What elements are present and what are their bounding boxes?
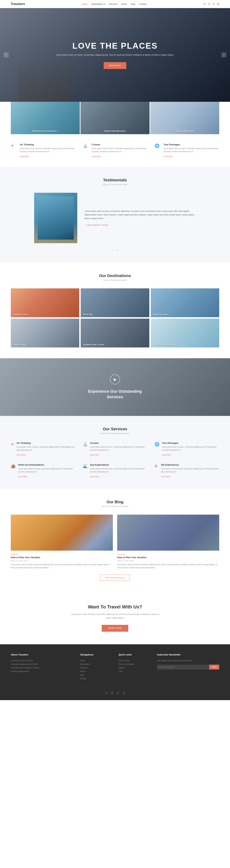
testimonial-next-button[interactable]: → <box>116 249 119 252</box>
testimonials-subtitle: Discover Traveler Testimonials <box>11 184 219 186</box>
nav-home[interactable]: Home <box>82 3 87 5</box>
footer-privacy[interactable]: Privacy Policy <box>119 659 150 662</box>
tour-packages-link[interactable]: Learn More <box>163 155 173 157</box>
feature-card-2[interactable]: Explore Asian Mountains <box>80 102 150 134</box>
footer-nav-discount[interactable]: Discount <box>80 666 111 670</box>
nav-contact[interactable]: Contact <box>139 3 147 5</box>
play-icon: ▶ <box>114 377 116 381</box>
newsletter-send-button[interactable]: SEND <box>209 664 219 670</box>
blog-post-2[interactable]: Travel Tips How to Plan Your Vacation Ma… <box>117 515 219 569</box>
destinations-section: Our Destinations Discover Popular Destin… <box>0 262 230 358</box>
social-yt-icon[interactable]: ⓖ <box>217 2 219 6</box>
testimonial-image <box>34 193 77 243</box>
cta-book-button[interactable]: BOOK NOW <box>102 625 128 632</box>
blog-post-1-image <box>11 515 113 551</box>
footer-quicklinks-col: Quick Links Privacy Policy Terms & Condi… <box>119 653 150 681</box>
footer-terms[interactable]: Terms & Conditions <box>119 662 150 666</box>
cta-section: Want To Travel With Us? Lorem ipsum dolo… <box>0 591 230 644</box>
our-services-subtitle: Discover The Outstanding Services <box>11 432 219 434</box>
social-tw-icon[interactable]: ⓣ <box>208 2 210 6</box>
footer-nav-contact[interactable]: Contact <box>80 677 111 681</box>
testimonial-prev-button[interactable]: ← <box>111 249 114 252</box>
dest-card-1[interactable]: Santorini, Greece <box>11 288 79 317</box>
hero-next-arrow[interactable]: › <box>221 53 226 58</box>
destinations-grid: Santorini, Greece Rome, Italy Mount Fuji… <box>11 288 219 347</box>
hero-book-button[interactable]: Book Now <box>104 62 126 69</box>
feature-card-1[interactable]: Write Down Your Experience... <box>11 102 80 134</box>
testimonial-quote-block: "Lorem ipsum dolor sit amet, consectetur… <box>84 210 196 226</box>
air-ticketing-icon: ✈ <box>11 143 17 150</box>
services-grid: ✈ Air Ticketing Lorem ipsum dolor sit am… <box>11 442 219 478</box>
footer-nav-home[interactable]: Home <box>80 659 111 662</box>
blog-post-1-meta: March 14, 2020 | Admin <box>11 560 113 562</box>
svc-air-ticketing: ✈ Air Ticketing Lorem ipsum dolor sit am… <box>11 442 75 456</box>
footer-nav-title: Navigations <box>80 653 111 656</box>
feature-card-2-label: Explore Asian Mountains <box>80 130 150 132</box>
social-fb-icon[interactable]: ⓕ <box>203 2 206 6</box>
social-ig-icon[interactable]: ⓘ <box>213 2 215 6</box>
footer-support[interactable]: Support <box>119 666 150 670</box>
svc-air-ticketing-link[interactable]: Learn More <box>16 454 26 456</box>
footer-nav-about[interactable]: About <box>80 670 111 673</box>
svc-hotel-icon: 🏨 <box>11 463 15 478</box>
dest-label-1: Santorini, Greece <box>13 313 28 315</box>
footer-about-title: About Travelers <box>11 653 73 656</box>
svc-ski-link[interactable]: Learn More <box>161 476 170 478</box>
cruises-desc: Lorem ipsum dolor sit amet, consectetur … <box>92 147 147 153</box>
footer-quicklinks-title: Quick Links <box>119 653 150 656</box>
tour-packages-title: Tour Packages <box>163 143 219 146</box>
newsletter-input[interactable] <box>157 664 209 670</box>
hero-prev-arrow[interactable]: ‹ <box>4 53 9 58</box>
testimonial-quote-text: "Lorem ipsum dolor sit amet, consectetur… <box>84 210 196 220</box>
blog-section: Our Blog Stay Up to Date News & Activiti… <box>0 489 230 591</box>
svc-cruises-desc: Lorem ipsum dolor sit amet, consectetur … <box>90 445 147 452</box>
destinations-subtitle: Discover Popular Destination! <box>11 279 219 281</box>
svc-tour-packages-icon: 🌐 <box>155 442 159 456</box>
footer-tw-icon[interactable]: ⓓ <box>111 691 113 695</box>
svc-sea-link[interactable]: Learn More <box>90 476 99 478</box>
dest-card-3[interactable]: Mount Fuji, Japan <box>151 288 219 317</box>
svc-sea-desc: Lorem ipsum dolor sit amet, consectetur … <box>90 467 147 473</box>
feature-card-3-bg <box>150 102 219 134</box>
play-button[interactable]: ▶ <box>110 374 120 384</box>
cruises-link[interactable]: Learn More <box>92 155 101 157</box>
svc-hotel-link[interactable]: Learn More <box>18 476 27 478</box>
svc-cruises-link[interactable]: Learn More <box>90 454 99 456</box>
dest-card-4[interactable]: Camels, Dubai <box>11 319 79 347</box>
tour-packages-icon: 🌐 <box>155 143 161 150</box>
footer-in-icon[interactable]: Ⓤ <box>117 691 119 695</box>
footer-nav-destinations[interactable]: Destinations <box>80 662 111 666</box>
feature-card-3[interactable]: Safe Trip With Airasia <box>150 102 219 134</box>
video-title: Experience Our Outstanding Services <box>88 389 142 400</box>
footer-nav-blog[interactable]: Blog <box>80 673 111 677</box>
nav-discount[interactable]: Discount <box>109 3 117 5</box>
dest-card-6[interactable]: Opera House, Australia <box>151 319 219 347</box>
svc-ski-icon: ⛷ <box>155 463 158 478</box>
footer-fb-icon[interactable]: ⓒ <box>105 691 107 695</box>
dest-card-5[interactable]: Elizabeth Tower, London <box>81 319 149 347</box>
footer-faq[interactable]: FAQ <box>119 670 150 673</box>
dest-card-2[interactable]: Rome, Italy <box>81 288 149 317</box>
navigation: Travelers Home Destinations ▾ Discount A… <box>0 0 230 8</box>
nav-destinations[interactable]: Destinations ▾ <box>91 3 105 5</box>
air-ticketing-title: Air Ticketing <box>20 143 75 146</box>
svc-ski: ⛷ Ski Experiences Lorem ipsum dolor sit … <box>155 463 219 478</box>
svc-air-ticketing-title: Air Ticketing <box>16 442 75 444</box>
services-strip: ✈ Air Ticketing Lorem ipsum dolor sit am… <box>0 134 230 167</box>
service-tour-packages: 🌐 Tour Packages Lorem ipsum dolor sit am… <box>155 143 219 158</box>
nav-blog[interactable]: Blog <box>131 3 135 5</box>
footer-gp-icon[interactable]: Ⓢ <box>123 691 125 695</box>
footer-grid: About Travelers Lorem ipsum dolor sit am… <box>11 653 219 681</box>
footer-about-col: About Travelers Lorem ipsum dolor sit am… <box>11 653 73 681</box>
newsletter-form: SEND <box>157 664 219 670</box>
svc-tour-packages-link[interactable]: Learn More <box>162 454 171 456</box>
air-ticketing-link[interactable]: Learn More <box>20 155 29 157</box>
nav-links: Home Destinations ▾ Discount About Blog … <box>82 3 147 5</box>
nav-about[interactable]: About <box>121 3 127 5</box>
view-all-blog-button[interactable]: view all blog posts <box>100 575 130 581</box>
blog-post-2-meta: March 14, 2020 | Admin <box>117 560 219 562</box>
svc-sea-icon: 🌊 <box>83 463 87 478</box>
nav-logo[interactable]: Travelers <box>11 2 25 6</box>
svc-hotel-desc: Lorem ipsum dolor sit amet, consectetur … <box>18 467 75 473</box>
blog-post-1[interactable]: Travel Tips How to Plan Your Vacation Ma… <box>11 515 113 569</box>
